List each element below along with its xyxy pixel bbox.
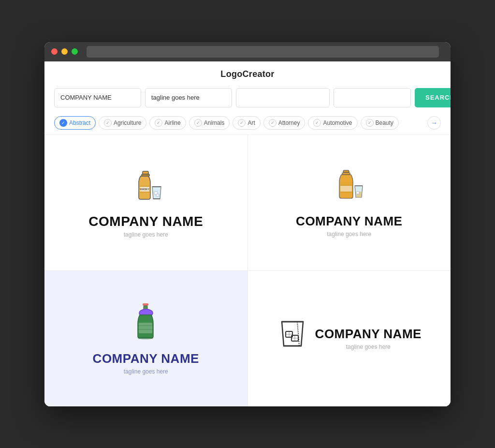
- logo-company-4: COMPANY NAME: [315, 327, 422, 342]
- svg-point-21: [138, 337, 153, 340]
- svg-rect-8: [156, 194, 159, 196]
- svg-rect-14: [356, 192, 359, 194]
- extra-input-1[interactable]: [236, 88, 330, 107]
- extra-input-2[interactable]: [334, 88, 411, 107]
- filter-beauty[interactable]: ✓ Beauty: [361, 116, 399, 130]
- logo-card-4-text: COMPANY NAME tagline goes here: [315, 327, 422, 350]
- logo-company-1: COMPANY NAME: [88, 214, 203, 229]
- svg-rect-9: [343, 170, 349, 173]
- logo-card-2[interactable]: COMPANY NAME tagline goes here: [248, 135, 451, 270]
- svg-rect-15: [143, 303, 148, 306]
- svg-rect-12: [340, 186, 352, 192]
- tagline-input[interactable]: [145, 88, 232, 107]
- logo-icon-2: [330, 167, 368, 208]
- svg-rect-10: [342, 173, 350, 175]
- check-icon-beauty: ✓: [366, 119, 374, 127]
- logo-tagline-3: tagline goes here: [124, 368, 168, 375]
- filter-label-attorney: Attorney: [278, 119, 300, 126]
- app-window: LogoCreator SEARCH ✓ Abstract ✓ Agricult…: [44, 42, 451, 406]
- filter-label-automotive: Automotive: [323, 119, 352, 126]
- app-title: LogoCreator: [44, 61, 451, 84]
- logo-card-4[interactable]: COMPANY NAME tagline goes here: [248, 271, 451, 406]
- logo-tagline-1: tagline goes here: [124, 231, 168, 238]
- logo-grid: WHISKY COMPANY NAME tagline goes here: [44, 135, 451, 406]
- filter-automotive[interactable]: ✓ Automotive: [308, 116, 357, 130]
- logo-icon-1: WHISKY: [124, 167, 168, 208]
- logo-card-3[interactable]: COMPANY NAME tagline goes here: [44, 271, 248, 406]
- check-icon-airline: ✓: [155, 119, 162, 127]
- filter-label-art: Art: [248, 119, 255, 126]
- logo-company-3: COMPANY NAME: [93, 351, 199, 366]
- svg-rect-18: [139, 323, 152, 333]
- check-icon-agriculture: ✓: [104, 119, 112, 127]
- filter-bar: ✓ Abstract ✓ Agriculture ✓ Airline ✓ Ani…: [44, 113, 451, 135]
- svg-line-30: [297, 322, 299, 346]
- check-icon-animals: ✓: [194, 119, 202, 127]
- search-button[interactable]: SEARCH: [415, 88, 451, 107]
- filter-label-animals: Animals: [204, 119, 225, 126]
- minimize-button[interactable]: [61, 48, 68, 55]
- check-icon-automotive: ✓: [313, 119, 321, 127]
- svg-rect-0: [143, 171, 148, 174]
- filter-label-airline: Airline: [164, 119, 180, 126]
- logo-card-4-inner: COMPANY NAME tagline goes here: [277, 318, 422, 359]
- logo-tagline-2: tagline goes here: [327, 231, 371, 238]
- filter-abstract[interactable]: ✓ Abstract: [54, 116, 96, 130]
- filter-airline[interactable]: ✓ Airline: [149, 116, 186, 130]
- logo-icon-3: [129, 302, 163, 345]
- logo-card-1[interactable]: WHISKY COMPANY NAME tagline goes here: [44, 135, 248, 270]
- maximize-button[interactable]: [72, 48, 78, 55]
- filter-animals[interactable]: ✓ Animals: [189, 116, 230, 130]
- filter-label-abstract: Abstract: [69, 119, 90, 126]
- logo-company-2: COMPANY NAME: [296, 214, 402, 229]
- check-icon-art: ✓: [238, 119, 246, 127]
- filter-art[interactable]: ✓ Art: [233, 116, 260, 130]
- close-button[interactable]: [51, 48, 58, 55]
- check-icon-abstract: ✓: [59, 119, 67, 127]
- filter-label-agriculture: Agriculture: [114, 119, 141, 126]
- svg-text:WHISKY: WHISKY: [140, 188, 150, 191]
- filter-attorney[interactable]: ✓ Attorney: [263, 116, 306, 130]
- search-bar: SEARCH: [44, 84, 451, 113]
- filter-label-beauty: Beauty: [376, 119, 393, 126]
- check-icon-attorney: ✓: [269, 119, 277, 127]
- logo-icon-4: [277, 318, 308, 354]
- address-bar: [87, 46, 439, 58]
- logo-tagline-4: tagline goes here: [315, 343, 422, 350]
- filter-next-button[interactable]: →: [427, 116, 441, 130]
- titlebar: [44, 42, 451, 61]
- filter-agriculture[interactable]: ✓ Agriculture: [99, 116, 146, 130]
- company-name-input[interactable]: [54, 88, 141, 107]
